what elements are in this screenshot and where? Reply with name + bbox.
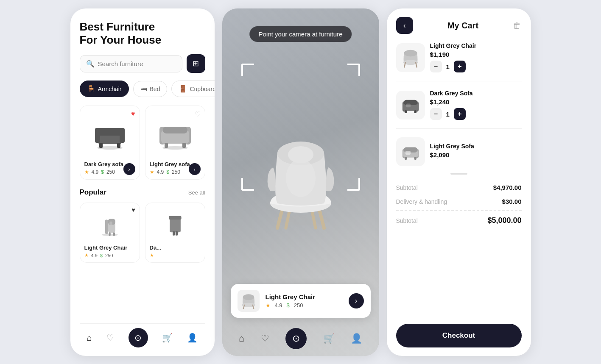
cart-item-1: Light Grey Chair $1,190 − 1 + [396, 42, 522, 72]
nav-user-icon[interactable]: 👤 [187, 333, 198, 343]
star-icon-pop2: ★ [150, 253, 154, 258]
category-cupboard[interactable]: 🚪 Cupboard [171, 81, 214, 97]
item-thumb-2 [396, 91, 425, 119]
pop-image-1 [84, 208, 135, 242]
search-row: 🔍 ⊞ [80, 54, 205, 73]
featured-card-2: ♡ Light Grey sofa ★ 4.9 [145, 106, 205, 180]
nav-cart-icon[interactable]: 🛒 [162, 333, 173, 343]
qty-minus-2[interactable]: − [430, 108, 442, 120]
product-arrow-button[interactable]: › [349, 293, 364, 308]
cart-title: My Cart [447, 21, 478, 31]
svg-rect-19 [113, 233, 115, 236]
divider-1 [396, 81, 522, 81]
trash-icon[interactable]: 🗑 [513, 21, 521, 31]
search-input[interactable] [98, 60, 176, 67]
svg-rect-4 [120, 128, 125, 143]
item-info-3: Light Grey Sofa $2,090 [430, 143, 522, 161]
nav-scan-button[interactable]: ⊙ [129, 328, 148, 347]
svg-point-32 [286, 159, 316, 197]
dollar-icon: $ [101, 169, 104, 175]
featured-card-1: ♥ Dark Grey sofa ★ 4.9 [80, 106, 140, 180]
search-box[interactable]: 🔍 [80, 55, 182, 72]
qty-num-1: 1 [446, 63, 450, 70]
popular-item-2: Da... ★ [145, 203, 205, 263]
total-value: $5,000.00 [487, 216, 521, 225]
phone-screen-2: Point your camera at furniture [222, 8, 379, 356]
camera-bottom-nav: ⌂ ♡ ⊙ 🛒 👤 [222, 328, 379, 349]
qty-plus-2[interactable]: + [454, 108, 466, 120]
qty-minus-1[interactable]: − [430, 61, 442, 72]
see-all-link[interactable]: See all [188, 189, 205, 196]
svg-rect-6 [117, 143, 120, 148]
subtotal-value: $4,970.00 [493, 184, 522, 191]
svg-point-33 [288, 146, 313, 163]
total-label: Subtotal [396, 217, 418, 224]
order-summary: Subtotal $4,970.00 Delivery & handling $… [396, 181, 522, 228]
cupboard-icon: 🚪 [179, 85, 187, 93]
subtotal-label: Subtotal [396, 184, 418, 191]
star-icon-pop: ★ [84, 253, 89, 258]
product-name: Light Grey Chair [266, 293, 343, 300]
cart-item-2: Dark Grey Sofa $1,240 − 1 + [396, 90, 522, 120]
phone-screen-3: ‹ My Cart 🗑 Light Grey Chair [387, 8, 531, 356]
popular-title: Popular [80, 188, 106, 197]
item-thumb-1 [396, 43, 425, 72]
svg-rect-23 [175, 231, 177, 236]
svg-rect-22 [173, 231, 175, 236]
card-arrow-2[interactable]: › [189, 163, 201, 175]
svg-rect-47 [414, 110, 416, 113]
svg-rect-12 [165, 143, 168, 148]
heart-icon-2[interactable]: ♡ [195, 110, 201, 118]
heart-icon-1[interactable]: ♥ [131, 110, 135, 118]
product-meta: ★ 4.9 $ 250 [266, 302, 343, 308]
card-image-2 [150, 111, 201, 158]
pop-name-2: Da... [150, 245, 201, 251]
pop-image-2 [150, 208, 201, 242]
cart-item-3: Light Grey Sofa $2,090 [396, 137, 522, 166]
svg-point-20 [109, 222, 112, 225]
cart-items-list: Light Grey Chair $1,190 − 1 + [396, 42, 522, 166]
page-title: Best Furniture For Your House [80, 20, 205, 54]
svg-rect-48 [406, 103, 410, 107]
qty-control-1: − 1 + [430, 61, 522, 72]
svg-rect-46 [405, 110, 407, 113]
summary-divider [396, 210, 522, 211]
nav-scan-button-p2[interactable]: ⊙ [285, 328, 307, 349]
product-details: Light Grey Chair ★ 4.9 $ 250 [266, 293, 343, 308]
qty-control-2: − 1 + [430, 108, 522, 120]
svg-rect-53 [405, 157, 407, 160]
dollar-icon-pop: $ [100, 253, 103, 258]
card-arrow-1[interactable]: › [123, 163, 135, 175]
total-row: Subtotal $5,000.00 [396, 213, 522, 228]
star-icon: ★ [84, 169, 89, 175]
item-thumb-3 [396, 137, 425, 166]
category-bed[interactable]: 🛏 Bed [133, 81, 168, 97]
popular-list: ♥ Light Grey Chair ★ 4.9 [80, 203, 205, 263]
camera-view: Point your camera at furniture [222, 8, 379, 356]
item-info-1: Light Grey Chair $1,190 − 1 + [430, 42, 522, 72]
nav-heart-icon-p2[interactable]: ♡ [261, 333, 269, 344]
svg-rect-54 [414, 157, 416, 160]
nav-home-icon[interactable]: ⌂ [87, 333, 92, 343]
camera-badge: Point your camera at furniture [249, 26, 352, 42]
category-armchair[interactable]: 🪑 Armchair [80, 81, 129, 97]
pop-meta-1: ★ 4.9 $ 250 [84, 253, 135, 258]
bottom-nav: ⌂ ♡ ⊙ 🛒 👤 [80, 323, 205, 349]
grid-button[interactable]: ⊞ [187, 54, 205, 73]
nav-heart-icon[interactable]: ♡ [106, 333, 114, 343]
delivery-row: Delivery & handling $30.00 [396, 195, 522, 208]
subtotal-row: Subtotal $4,970.00 [396, 181, 522, 195]
nav-cart-icon-p2[interactable]: 🛒 [323, 333, 335, 344]
cart-header: ‹ My Cart 🗑 [396, 17, 522, 34]
back-button[interactable]: ‹ [396, 17, 413, 34]
star-icon-2: ★ [150, 169, 154, 175]
qty-plus-1[interactable]: + [454, 61, 466, 72]
divider-2 [396, 128, 522, 129]
checkout-button[interactable]: Checkout [396, 324, 522, 347]
heart-icon-pop-1[interactable]: ♥ [131, 206, 135, 213]
nav-home-icon-p2[interactable]: ⌂ [239, 333, 244, 344]
nav-user-icon-p2[interactable]: 👤 [351, 333, 362, 344]
svg-rect-45 [404, 100, 417, 105]
bed-icon: 🛏 [140, 85, 147, 93]
dollar-icon-2: $ [166, 169, 169, 175]
